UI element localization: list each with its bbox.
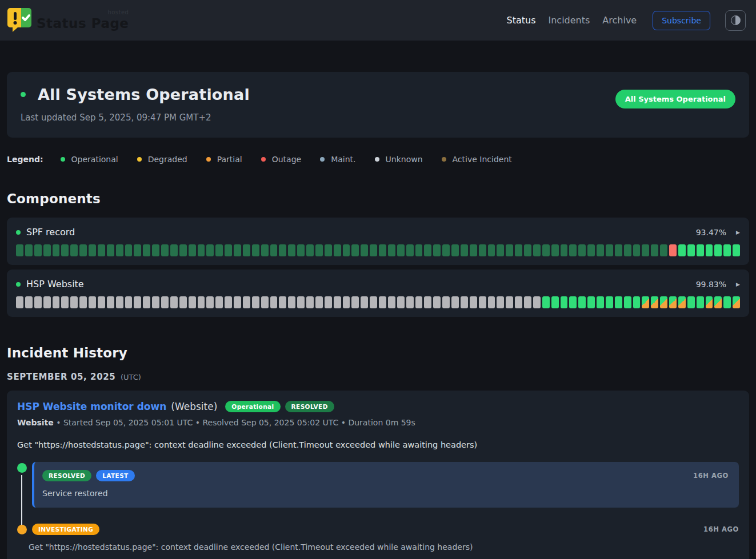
uptime-bar-up[interactable] (723, 244, 731, 256)
uptime-bar-nodata[interactable] (533, 296, 541, 308)
uptime-bar-nodata[interactable] (370, 296, 377, 308)
uptime-bar-nodata[interactable] (334, 296, 341, 308)
uptime-bar-mixed[interactable] (706, 296, 713, 308)
uptime-bar-up[interactable] (687, 244, 695, 256)
uptime-bar-up_old[interactable] (270, 244, 278, 256)
uptime-bar-nodata[interactable] (243, 296, 250, 308)
chevron-right-icon[interactable]: ▶ (736, 230, 740, 235)
uptime-bar-up_old[interactable] (134, 244, 141, 256)
uptime-bar-up_old[interactable] (651, 244, 658, 256)
uptime-bar-up_old[interactable] (297, 244, 305, 256)
uptime-bar-up_old[interactable] (252, 244, 259, 256)
uptime-bar-up_old[interactable] (587, 244, 595, 256)
uptime-bar-nodata[interactable] (343, 296, 350, 308)
uptime-bar-up_old[interactable] (660, 244, 667, 256)
uptime-bar-mixed[interactable] (642, 296, 649, 308)
uptime-bar-up_old[interactable] (642, 244, 649, 256)
uptime-bar-nodata[interactable] (125, 296, 133, 308)
uptime-bar-up_old[interactable] (161, 244, 169, 256)
uptime-bar-up[interactable] (551, 296, 559, 308)
uptime-bar-nodata[interactable] (506, 296, 513, 308)
uptime-bar-nodata[interactable] (388, 296, 395, 308)
uptime-bar-up_old[interactable] (379, 244, 386, 256)
uptime-bar-up[interactable] (687, 296, 695, 308)
uptime-bar-up[interactable] (597, 296, 604, 308)
uptime-bar-down[interactable] (669, 244, 677, 256)
uptime-bar-up_old[interactable] (25, 244, 33, 256)
uptime-bar-mixed[interactable] (660, 296, 667, 308)
uptime-bar-nodata[interactable] (315, 296, 323, 308)
uptime-bar-nodata[interactable] (189, 296, 196, 308)
uptime-bar-up[interactable] (615, 296, 622, 308)
uptime-bar-up_old[interactable] (143, 244, 150, 256)
uptime-bar-mixed[interactable] (733, 296, 740, 308)
uptime-bar-nodata[interactable] (470, 296, 477, 308)
subscribe-button[interactable]: Subscribe (653, 11, 710, 30)
uptime-bar-nodata[interactable] (524, 296, 531, 308)
uptime-bar-up[interactable] (697, 296, 704, 308)
uptime-bar-up_old[interactable] (107, 244, 114, 256)
uptime-bar-up[interactable] (697, 244, 704, 256)
uptime-bar-up_old[interactable] (506, 244, 513, 256)
uptime-bar-nodata[interactable] (234, 296, 241, 308)
nav-link-incidents[interactable]: Incidents (548, 15, 590, 26)
uptime-bar-up_old[interactable] (406, 244, 414, 256)
uptime-bar-up_old[interactable] (606, 244, 613, 256)
uptime-bar-up_old[interactable] (43, 244, 51, 256)
uptime-bar-up_old[interactable] (624, 244, 631, 256)
uptime-bar-nodata[interactable] (116, 296, 123, 308)
chevron-right-icon[interactable]: ▶ (736, 281, 740, 287)
uptime-bar-nodata[interactable] (351, 296, 359, 308)
uptime-bar-up_old[interactable] (206, 244, 214, 256)
uptime-bar-up_old[interactable] (578, 244, 586, 256)
uptime-bar-up[interactable] (606, 296, 613, 308)
uptime-bar-nodata[interactable] (107, 296, 114, 308)
uptime-bar-up_old[interactable] (415, 244, 423, 256)
uptime-bar-up_old[interactable] (597, 244, 604, 256)
brand-logo[interactable]: hosted Status Page (7, 6, 129, 35)
uptime-bar-up_old[interactable] (16, 244, 23, 256)
uptime-bar-up[interactable] (587, 296, 595, 308)
uptime-bar-nodata[interactable] (206, 296, 214, 308)
uptime-bar-up_old[interactable] (334, 244, 341, 256)
uptime-bar-nodata[interactable] (306, 296, 314, 308)
uptime-bar-up_old[interactable] (70, 244, 78, 256)
uptime-bar-nodata[interactable] (279, 296, 286, 308)
uptime-bar-up_old[interactable] (198, 244, 205, 256)
uptime-bar-up_old[interactable] (315, 244, 323, 256)
uptime-bar-up_old[interactable] (351, 244, 359, 256)
uptime-bar-up_old[interactable] (234, 244, 241, 256)
uptime-bar-nodata[interactable] (397, 296, 405, 308)
uptime-bar-nodata[interactable] (53, 296, 60, 308)
uptime-bar-up_old[interactable] (479, 244, 486, 256)
uptime-bar-up_old[interactable] (89, 244, 96, 256)
uptime-bar-up_old[interactable] (243, 244, 250, 256)
uptime-bar-nodata[interactable] (288, 296, 295, 308)
uptime-bar-up[interactable] (723, 296, 731, 308)
uptime-bar-nodata[interactable] (442, 296, 450, 308)
uptime-bar-nodata[interactable] (433, 296, 441, 308)
uptime-bar-up_old[interactable] (34, 244, 42, 256)
incident-title-link[interactable]: HSP Website monitor down (17, 401, 166, 412)
uptime-bar-nodata[interactable] (461, 296, 468, 308)
uptime-bar-nodata[interactable] (297, 296, 305, 308)
uptime-bar-up_old[interactable] (370, 244, 377, 256)
uptime-bar-nodata[interactable] (379, 296, 386, 308)
uptime-bar-up_old[interactable] (325, 244, 332, 256)
uptime-bar-mixed[interactable] (651, 296, 658, 308)
uptime-bar-up_old[interactable] (561, 244, 568, 256)
uptime-bar-up_old[interactable] (569, 244, 577, 256)
uptime-bar-up_old[interactable] (515, 244, 522, 256)
uptime-bar-mixed[interactable] (714, 296, 722, 308)
uptime-bar-up_old[interactable] (179, 244, 187, 256)
uptime-bar-up[interactable] (733, 244, 740, 256)
uptime-bar-up_old[interactable] (451, 244, 459, 256)
uptime-bar-nodata[interactable] (16, 296, 23, 308)
uptime-bar-up_old[interactable] (215, 244, 223, 256)
uptime-bar-up[interactable] (706, 244, 713, 256)
uptime-bar-nodata[interactable] (89, 296, 96, 308)
uptime-bar-up[interactable] (624, 296, 631, 308)
uptime-bar-up_old[interactable] (388, 244, 395, 256)
uptime-bar-nodata[interactable] (515, 296, 522, 308)
uptime-bar-nodata[interactable] (98, 296, 105, 308)
